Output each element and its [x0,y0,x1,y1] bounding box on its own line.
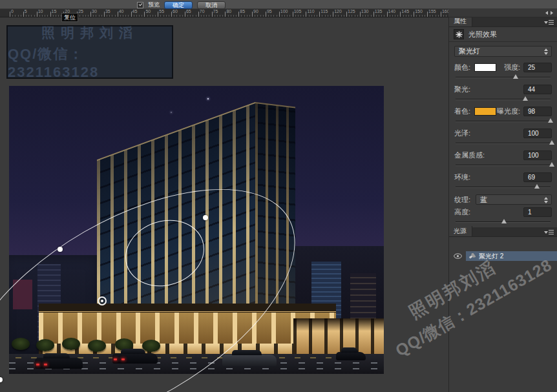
ruler-label: 115 [321,9,328,14]
car [222,355,277,366]
tab-lights[interactable]: 光源 [449,226,472,236]
slider[interactable] [454,74,552,81]
slider-thumb[interactable] [549,140,554,145]
slider-thumb[interactable] [513,74,518,79]
color-swatch[interactable] [474,63,496,72]
slider-thumb[interactable] [549,162,554,167]
ruler-label: 100 [280,9,288,14]
watermark-box-line1: 照明邦刘滔 [41,24,138,42]
control-row: 着色:曝光度:98 [454,105,552,117]
color-swatch[interactable] [474,107,496,116]
tree [142,340,160,352]
control-label: 着色: [454,107,470,116]
cancel-button[interactable]: 取消 [197,1,226,9]
annex-storefront [293,318,384,355]
control-label: 颜色: [454,63,470,72]
slider[interactable] [454,183,552,191]
light-label: 聚光灯 2 [479,252,503,261]
ruler-label: 45 [132,9,138,14]
value-box[interactable]: 98 [523,107,552,116]
control-label: 曝光度: [497,107,520,116]
light-row-selected[interactable]: 聚光灯 2 [466,251,557,261]
ok-button[interactable]: 确定 [164,1,193,9]
ruler-label: 135 [375,9,383,14]
slider[interactable] [454,161,552,169]
control-row: 颜色:强度:25 [454,61,552,73]
ruler-label: 40 [119,9,124,14]
value-box[interactable]: 1 [523,207,552,217]
dropdown-arrows-icon [544,197,548,203]
slider-track [456,121,551,122]
ruler-label: 130 [361,9,369,14]
properties-tabbar: 属性 [449,17,557,27]
value-box[interactable]: 69 [523,172,552,182]
ruler-label: 90 [253,9,258,14]
slider[interactable] [454,139,552,147]
ruler-label: 75 [213,9,218,14]
ruler-label: 80 [226,9,231,14]
slider-track [456,99,551,100]
ruler-label: 155 [428,9,436,14]
ruler-label: 70 [200,9,205,14]
properties-title: 光照效果 [468,30,497,39]
value-box[interactable]: 44 [523,85,552,94]
control-row: 光泽:100 [454,127,552,139]
slider-thumb[interactable] [501,219,507,223]
control-label: 金属质感: [454,150,485,160]
control-row: 聚光:44 [454,83,552,95]
podium [39,304,336,355]
ruler-label: 55 [159,9,164,14]
slider-thumb[interactable] [523,96,528,101]
slider[interactable] [454,118,552,125]
tree [36,339,54,351]
tab-properties[interactable]: 属性 [449,16,472,26]
light-list-item[interactable]: 聚光灯 2 [449,251,557,261]
value-box[interactable]: 100 [523,129,552,138]
ruler-label: 35 [105,9,110,14]
tree [12,338,30,350]
properties-header: 光照效果 [449,27,557,42]
podium-canopy [39,304,336,312]
ruler-label: 15 [52,9,57,14]
star [207,98,209,99]
ruler-label: 30 [92,9,97,14]
preview-checkbox[interactable] [137,2,143,8]
control-label: 光泽: [454,129,470,138]
light-type-dropdown[interactable]: 聚光灯 [454,46,552,57]
document-canvas[interactable]: 照明邦刘滔 QQ/微信：2321163128 [0,17,448,392]
tree [62,338,80,350]
control-label: 环境: [454,172,470,182]
tower-side-face [255,102,295,330]
collapse-panels-icon[interactable] [545,11,553,15]
ruler-label: 145 [401,9,409,14]
lights-menu-icon[interactable] [544,230,554,235]
slider-thumb[interactable] [548,118,553,123]
ruler-label: 10 [38,9,43,14]
texture-value: 蓝 [480,195,487,205]
slider[interactable] [454,96,552,103]
slider-thumb[interactable] [534,184,540,189]
slider[interactable] [454,218,552,225]
control-label: 纹理: [454,195,470,205]
panel-top-strip [448,9,557,17]
texture-row: 纹理:蓝 [454,193,552,206]
ruler-label: 110 [307,9,314,14]
value-box[interactable]: 25 [523,63,552,72]
texture-dropdown[interactable]: 蓝 [476,194,552,205]
spotlight-handle[interactable] [0,377,3,382]
check-icon [139,2,143,6]
car [336,352,366,360]
visibility-eye-icon[interactable] [449,253,466,259]
lights-section: 光源 聚光灯 2 [449,227,557,261]
slider-track [456,77,551,78]
control-row: 环境:69 [454,171,552,183]
control-label: 聚光: [454,85,470,94]
panel-menu-icon[interactable] [544,20,554,25]
value-box[interactable]: 100 [523,150,552,160]
right-panel: 属性 光照效果 聚光灯 颜色:强度:25聚光:44着色:曝光度:98光泽:100… [448,17,557,392]
control-label: 强度: [504,63,520,72]
photo-night-building [9,86,384,374]
ruler-label: 120 [334,9,342,14]
watermark-box: 照明邦刘滔 QQ/微信：2321163128 [6,25,173,79]
ruler-label: 150 [415,9,423,14]
